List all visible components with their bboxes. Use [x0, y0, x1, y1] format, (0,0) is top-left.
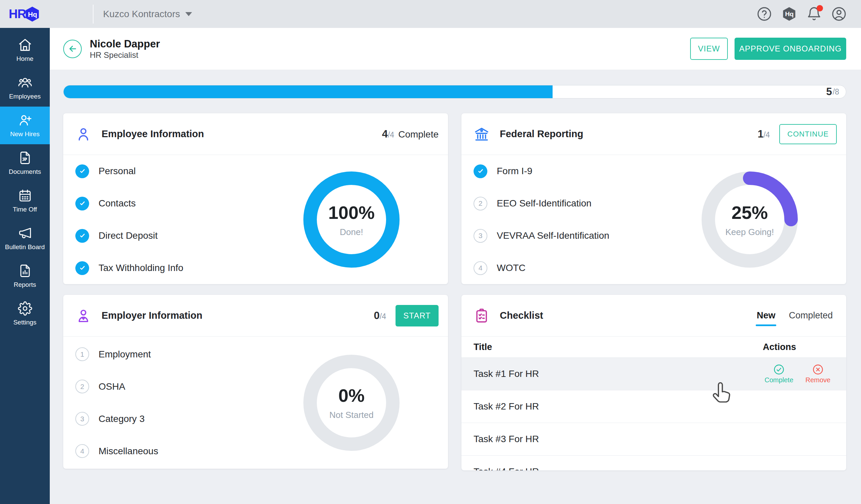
completion-count: 1 /4 — [758, 128, 770, 140]
check-circle-icon — [75, 164, 89, 178]
bank-icon — [474, 126, 490, 142]
home-icon — [18, 38, 32, 52]
sidebar-item-settings[interactable]: Settings — [0, 295, 50, 333]
list-item[interactable]: 1 Employment — [75, 338, 303, 370]
card-employee-information: Employee Information 4 /4 Complete Pers — [63, 113, 448, 284]
continue-button[interactable]: CONTINUE — [779, 124, 837, 144]
sidebar-item-bulletin-board[interactable]: Bulletin Board — [0, 220, 50, 257]
table-row[interactable]: Task #4 For HR — [462, 455, 846, 471]
list-item[interactable]: 2 OSHA — [75, 370, 303, 403]
x-circle-icon — [812, 364, 824, 375]
progress-label: 5 /8 — [826, 85, 839, 98]
svg-text:Hq: Hq — [785, 11, 794, 17]
employer-person-icon — [75, 308, 92, 324]
donut-caption: Not Started — [329, 410, 374, 420]
help-icon[interactable] — [756, 6, 772, 22]
documents-icon — [18, 151, 32, 165]
sidebar-item-time-off[interactable]: Time Off — [0, 182, 50, 220]
sidebar-item-new-hires[interactable]: New Hires — [0, 107, 50, 144]
card-title: Employee Information — [101, 128, 204, 140]
onboarding-progress-bar: 5 /8 — [63, 85, 846, 99]
donut-chart: 100% Done! — [303, 171, 399, 268]
donut-chart: 25% Keep Going! — [701, 171, 798, 268]
completion-count: 0 /4 — [374, 310, 386, 322]
approve-onboarding-button[interactable]: APPROVE ONBOARDING — [735, 38, 846, 60]
sidebar-item-home[interactable]: Home — [0, 31, 50, 69]
check-circle-icon — [75, 197, 89, 210]
notifications-bell-icon[interactable] — [806, 6, 822, 22]
sidebar-item-reports[interactable]: Reports — [0, 257, 50, 295]
time-off-icon — [18, 188, 32, 203]
sidebar-item-employees[interactable]: Employees — [0, 69, 50, 107]
hq-apps-icon[interactable]: Hq — [781, 6, 797, 22]
company-selector[interactable]: Kuzco Kontractors — [103, 9, 192, 19]
company-name: Kuzco Kontractors — [103, 9, 180, 19]
employee-person-icon — [75, 126, 92, 142]
donut-value: 100% — [328, 202, 375, 223]
start-button[interactable]: START — [396, 305, 439, 326]
sidebar-nav: Home Employees New Hires Documents Time … — [0, 28, 50, 504]
reports-icon — [18, 264, 32, 278]
cards-grid: Employee Information 4 /4 Complete Pers — [63, 113, 846, 471]
account-avatar-icon[interactable] — [831, 6, 847, 22]
back-button[interactable] — [63, 40, 82, 58]
chevron-down-icon — [185, 12, 192, 16]
table-row[interactable]: Task #2 For HR — [462, 390, 846, 423]
check-circle-icon — [75, 261, 89, 275]
column-title: Title — [474, 342, 763, 352]
view-button[interactable]: VIEW — [690, 38, 728, 60]
step-number: 3 — [75, 412, 89, 426]
list-item[interactable]: Personal — [75, 155, 303, 187]
bulletin-board-icon — [18, 226, 32, 240]
list-item[interactable]: Direct Deposit — [75, 220, 303, 252]
content: 5 /8 Employee Information 4 /4 Complete — [50, 70, 861, 471]
list-item[interactable]: 2 EEO Self-Identification — [474, 187, 701, 220]
card-federal-reporting: Federal Reporting 1 /4 CONTINUE Form I-9 — [462, 113, 846, 284]
new-hires-icon — [18, 113, 32, 127]
remove-action-button[interactable]: Remove — [802, 364, 834, 384]
main-area: Nicole Dapper HR Specialist VIEW APPROVE… — [50, 28, 861, 504]
checklist-tabs: New Completed — [757, 310, 833, 321]
card-employer-information: Employer Information 0 /4 START 1 Employ… — [63, 295, 448, 469]
card-checklist: Checklist New Completed Title Actions Ta… — [462, 295, 846, 471]
logo-hexagon-icon: Hq — [26, 6, 40, 22]
list-item[interactable]: Contacts — [75, 187, 303, 220]
settings-icon — [18, 301, 32, 316]
list-item[interactable]: Form I-9 — [474, 155, 701, 187]
step-number: 2 — [75, 380, 89, 393]
employee-identity: Nicole Dapper HR Specialist — [90, 38, 160, 59]
donut-value: 0% — [338, 385, 365, 406]
sidebar-item-documents[interactable]: Documents — [0, 144, 50, 182]
tab-completed[interactable]: Completed — [789, 310, 833, 321]
table-row[interactable]: Task #3 For HR — [462, 423, 846, 455]
column-actions: Actions — [763, 342, 834, 352]
list-item[interactable]: 3 Category 3 — [75, 403, 303, 435]
list-item[interactable]: 4 WOTC — [474, 252, 701, 284]
table-row[interactable]: Task #1 For HR Complete Remove — [462, 358, 846, 390]
list-item[interactable]: 3 VEVRAA Self-Identification — [474, 220, 701, 252]
complete-action-button[interactable]: Complete — [763, 364, 795, 384]
check-circle-icon — [474, 164, 487, 178]
topbar: HR Hq Kuzco Kontractors Hq — [0, 0, 861, 28]
check-circle-icon — [75, 229, 89, 243]
list-item[interactable]: Tax Withholding Info — [75, 252, 303, 284]
logo-text: HR — [9, 7, 26, 21]
step-number: 1 — [75, 347, 89, 361]
app-logo[interactable]: HR Hq — [9, 6, 40, 22]
step-number: 4 — [75, 444, 89, 458]
notification-dot — [817, 5, 823, 11]
topbar-divider — [93, 5, 94, 24]
donut-value: 25% — [732, 202, 768, 223]
progress-fill — [64, 85, 552, 98]
arrow-left-icon — [68, 44, 78, 54]
donut-caption: Keep Going! — [725, 227, 774, 237]
topbar-actions: Hq — [756, 6, 847, 22]
step-number: 2 — [474, 197, 487, 210]
list-item[interactable]: 4 Miscellaneous — [75, 435, 303, 467]
donut-caption: Done! — [340, 227, 363, 237]
card-title: Checklist — [500, 310, 543, 321]
tab-new[interactable]: New — [757, 310, 776, 321]
page-title: Nicole Dapper — [90, 38, 160, 50]
check-circle-icon — [773, 364, 785, 375]
card-title: Employer Information — [101, 310, 203, 321]
